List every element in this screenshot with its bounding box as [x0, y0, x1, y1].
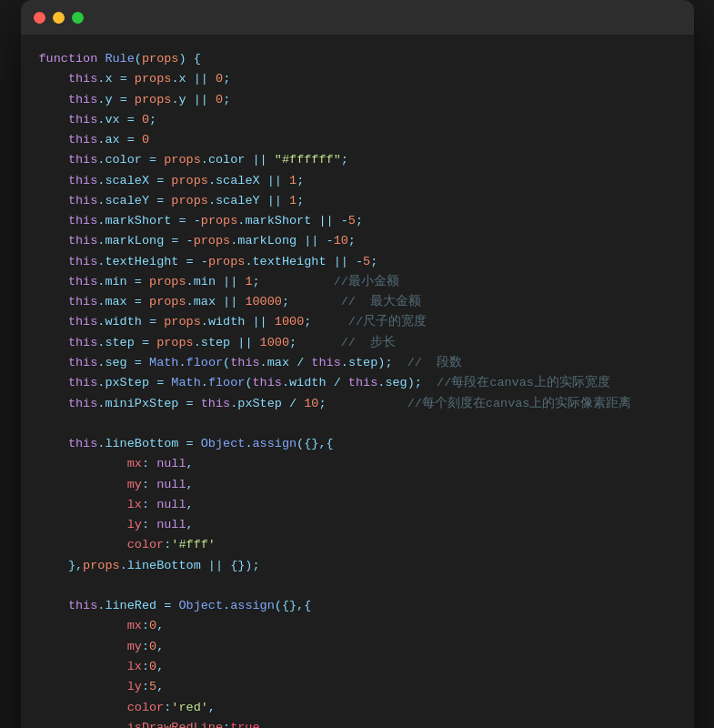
code-window: function Rule(props) { this.x = props.x … [21, 0, 694, 728]
titlebar [21, 0, 694, 35]
minimize-button[interactable] [53, 12, 65, 24]
close-button[interactable] [34, 12, 45, 24]
maximize-button[interactable] [72, 12, 84, 24]
code-editor[interactable]: function Rule(props) { this.x = props.x … [21, 35, 694, 728]
